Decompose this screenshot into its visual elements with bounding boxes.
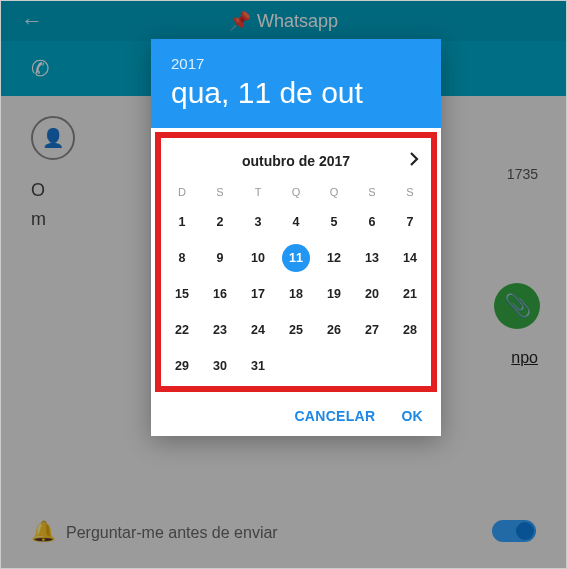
calendar-day xyxy=(353,348,391,384)
next-month-button[interactable] xyxy=(409,152,419,170)
calendar-day[interactable]: 25 xyxy=(277,312,315,348)
dialog-header: 2017 qua, 11 de out xyxy=(151,39,441,128)
month-label: outubro de 2017 xyxy=(242,153,350,169)
calendar-day[interactable]: 9 xyxy=(201,240,239,276)
calendar-day[interactable]: 16 xyxy=(201,276,239,312)
calendar-day[interactable]: 21 xyxy=(391,276,429,312)
calendar-day[interactable]: 7 xyxy=(391,204,429,240)
dow-label: T xyxy=(239,180,277,204)
calendar-day[interactable]: 14 xyxy=(391,240,429,276)
calendar-day xyxy=(391,348,429,384)
calendar-day xyxy=(315,348,353,384)
calendar-day[interactable]: 18 xyxy=(277,276,315,312)
calendar-day[interactable]: 27 xyxy=(353,312,391,348)
calendar-header: outubro de 2017 xyxy=(163,142,429,180)
calendar-day[interactable]: 12 xyxy=(315,240,353,276)
date-picker-dialog: 2017 qua, 11 de out outubro de 2017 DSTQ… xyxy=(151,39,441,436)
dow-label: S xyxy=(353,180,391,204)
header-date[interactable]: qua, 11 de out xyxy=(171,76,421,110)
calendar-day[interactable]: 28 xyxy=(391,312,429,348)
calendar-day[interactable]: 10 xyxy=(239,240,277,276)
calendar-day xyxy=(277,348,315,384)
calendar-day[interactable]: 29 xyxy=(163,348,201,384)
chevron-right-icon xyxy=(409,152,419,166)
calendar-day[interactable]: 24 xyxy=(239,312,277,348)
calendar-day[interactable]: 3 xyxy=(239,204,277,240)
calendar-day[interactable]: 8 xyxy=(163,240,201,276)
calendar-day[interactable]: 19 xyxy=(315,276,353,312)
calendar-day[interactable]: 2 xyxy=(201,204,239,240)
calendar-day[interactable]: 17 xyxy=(239,276,277,312)
calendar-day[interactable]: 1 xyxy=(163,204,201,240)
calendar-day[interactable]: 15 xyxy=(163,276,201,312)
header-year[interactable]: 2017 xyxy=(171,55,421,72)
calendar-day[interactable]: 30 xyxy=(201,348,239,384)
calendar-day[interactable]: 13 xyxy=(353,240,391,276)
dow-label: S xyxy=(391,180,429,204)
calendar-day[interactable]: 22 xyxy=(163,312,201,348)
dow-label: Q xyxy=(277,180,315,204)
calendar-day[interactable]: 11 xyxy=(277,240,315,276)
calendar-day[interactable]: 20 xyxy=(353,276,391,312)
dow-label: S xyxy=(201,180,239,204)
calendar-day[interactable]: 23 xyxy=(201,312,239,348)
dow-label: Q xyxy=(315,180,353,204)
cancel-button[interactable]: CANCELAR xyxy=(294,408,375,424)
dialog-actions: CANCELAR OK xyxy=(151,396,441,436)
calendar-day[interactable]: 4 xyxy=(277,204,315,240)
calendar-highlight-box: outubro de 2017 DSTQQSS 1234567891011121… xyxy=(155,132,437,392)
dow-label: D xyxy=(163,180,201,204)
calendar-grid: DSTQQSS 12345678910111213141516171819202… xyxy=(163,180,429,384)
ok-button[interactable]: OK xyxy=(401,408,423,424)
calendar-day[interactable]: 31 xyxy=(239,348,277,384)
calendar-day[interactable]: 26 xyxy=(315,312,353,348)
calendar-day[interactable]: 5 xyxy=(315,204,353,240)
calendar-day[interactable]: 6 xyxy=(353,204,391,240)
